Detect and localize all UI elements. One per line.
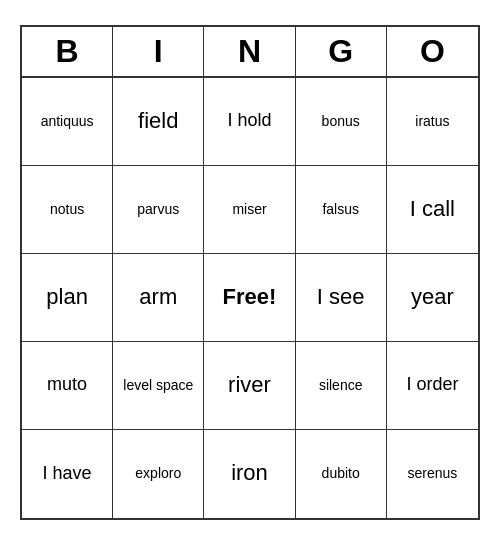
bingo-cell: parvus	[113, 166, 204, 254]
bingo-cell: exploro	[113, 430, 204, 518]
bingo-cell: field	[113, 78, 204, 166]
bingo-cell: serenus	[387, 430, 478, 518]
header-letter: B	[22, 27, 113, 76]
bingo-cell: plan	[22, 254, 113, 342]
bingo-cell: silence	[296, 342, 387, 430]
bingo-grid: antiquusfieldI holdbonusiratusnotusparvu…	[22, 78, 478, 518]
bingo-cell: I have	[22, 430, 113, 518]
bingo-header: BINGO	[22, 27, 478, 78]
bingo-cell: muto	[22, 342, 113, 430]
bingo-cell: I see	[296, 254, 387, 342]
bingo-cell: miser	[204, 166, 295, 254]
bingo-cell: river	[204, 342, 295, 430]
bingo-cell: iratus	[387, 78, 478, 166]
bingo-cell: antiquus	[22, 78, 113, 166]
bingo-cell: I call	[387, 166, 478, 254]
header-letter: I	[113, 27, 204, 76]
header-letter: O	[387, 27, 478, 76]
bingo-cell: dubito	[296, 430, 387, 518]
bingo-cell: level space	[113, 342, 204, 430]
bingo-card: BINGO antiquusfieldI holdbonusiratusnotu…	[20, 25, 480, 520]
bingo-cell: falsus	[296, 166, 387, 254]
bingo-cell: year	[387, 254, 478, 342]
bingo-cell: I hold	[204, 78, 295, 166]
header-letter: G	[296, 27, 387, 76]
bingo-cell: Free!	[204, 254, 295, 342]
bingo-cell: bonus	[296, 78, 387, 166]
bingo-cell: arm	[113, 254, 204, 342]
bingo-cell: I order	[387, 342, 478, 430]
bingo-cell: iron	[204, 430, 295, 518]
bingo-cell: notus	[22, 166, 113, 254]
header-letter: N	[204, 27, 295, 76]
